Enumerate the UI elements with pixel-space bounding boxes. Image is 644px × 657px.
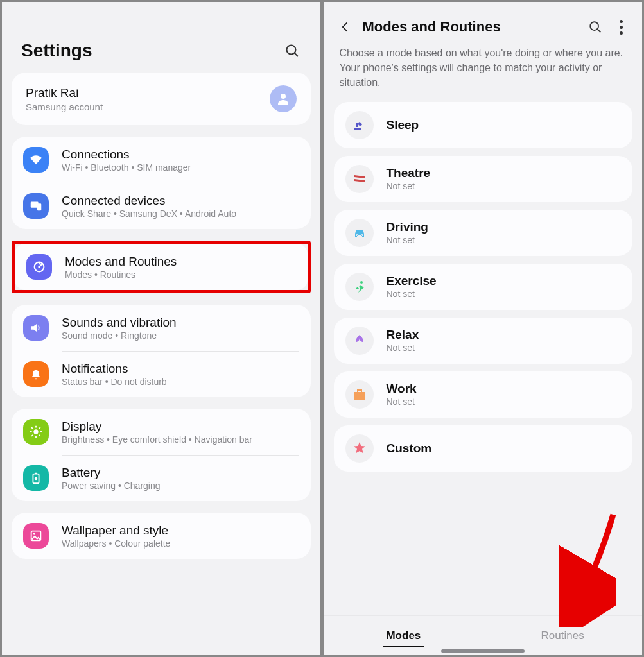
row-title: Notifications: [62, 362, 299, 376]
mode-item-work[interactable]: Work Not set: [334, 371, 633, 418]
row-sub: Wi-Fi • Bluetooth • SIM manager: [62, 162, 299, 173]
settings-item-sounds[interactable]: Sounds and vibration Sound mode • Ringto…: [12, 305, 311, 351]
settings-title: Settings: [21, 40, 92, 61]
svg-point-21: [590, 22, 598, 30]
devices-icon: [23, 193, 49, 219]
row-sub: Sound mode • Ringtone: [62, 330, 299, 341]
mode-item-relax[interactable]: Relax Not set: [334, 318, 633, 364]
mode-sub: Not set: [387, 235, 428, 245]
mode-item-exercise[interactable]: Exercise Not set: [334, 264, 633, 310]
search-icon: [588, 20, 602, 34]
row-title: Wallpaper and style: [62, 524, 299, 538]
svg-point-20: [33, 533, 35, 535]
row-title: Connections: [62, 148, 299, 162]
mode-title: Custom: [387, 441, 432, 456]
settings-item-connections[interactable]: Connections Wi-Fi • Bluetooth • SIM mana…: [12, 137, 311, 183]
modes-title: Modes and Routines: [363, 19, 579, 35]
custom-icon: [345, 434, 374, 463]
avatar-icon: [270, 85, 297, 112]
settings-item-battery[interactable]: Battery Power saving • Charging: [12, 455, 311, 501]
work-icon: [345, 380, 374, 409]
row-sub: Quick Share • Samsung DeX • Android Auto: [62, 209, 299, 219]
arrow-annotation: [559, 511, 616, 629]
row-title: Display: [62, 420, 299, 434]
row-sub: Modes • Routines: [65, 269, 296, 280]
svg-line-13: [39, 435, 40, 436]
svg-line-14: [31, 435, 33, 436]
mode-title: Theatre: [387, 166, 431, 180]
svg-rect-17: [35, 473, 37, 474]
mode-item-sleep[interactable]: Sleep: [334, 102, 633, 148]
row-sub: Brightness • Eye comfort shield • Naviga…: [62, 434, 299, 445]
target-icon: [26, 254, 52, 280]
image-icon: [23, 523, 49, 549]
mode-title: Driving: [387, 220, 428, 234]
mode-item-driving[interactable]: Driving Not set: [334, 210, 633, 256]
settings-item-display[interactable]: Display Brightness • Eye comfort shield …: [12, 409, 311, 455]
svg-rect-4: [37, 203, 41, 210]
battery-icon: [23, 465, 49, 491]
speaker-icon: [23, 315, 49, 341]
sleep-icon: [345, 111, 374, 139]
relax-icon: [345, 327, 374, 355]
home-indicator: [441, 649, 525, 653]
settings-item-modes-routines[interactable]: Modes and Routines Modes • Routines: [15, 244, 308, 290]
back-button[interactable]: [337, 19, 354, 35]
mode-sub: Not set: [387, 289, 437, 299]
settings-group: Wallpaper and style Wallpapers • Colour …: [12, 513, 311, 559]
exercise-icon: [345, 273, 374, 301]
svg-point-23: [360, 281, 363, 284]
modes-pane: Modes and Routines Choose a mode based o…: [324, 2, 643, 655]
settings-group: Sounds and vibration Sound mode • Ringto…: [12, 305, 311, 397]
mode-item-theatre[interactable]: Theatre Not set: [334, 156, 633, 202]
settings-group: Display Brightness • Eye comfort shield …: [12, 409, 311, 501]
search-button[interactable]: [587, 19, 604, 35]
sun-icon: [23, 419, 49, 445]
svg-point-0: [286, 46, 295, 55]
svg-point-2: [281, 94, 286, 99]
settings-pane: Settings Pratik Rai Samsung account Conn…: [2, 2, 320, 655]
settings-item-notifications[interactable]: Notifications Status bar • Do not distur…: [12, 351, 311, 397]
svg-line-22: [597, 29, 600, 32]
row-title: Battery: [62, 466, 299, 480]
svg-point-7: [33, 429, 38, 434]
more-icon: [620, 20, 623, 23]
search-icon: [284, 43, 300, 58]
settings-header: Settings: [2, 2, 320, 73]
mode-item-custom[interactable]: Custom: [334, 425, 633, 472]
svg-line-15: [39, 427, 40, 429]
mode-title: Sleep: [387, 118, 419, 132]
tabbar: Modes Routines: [324, 615, 643, 655]
row-title: Connected devices: [62, 194, 299, 208]
settings-item-connected-devices[interactable]: Connected devices Quick Share • Samsung …: [12, 183, 311, 229]
row-sub: Wallpapers • Colour palette: [62, 538, 299, 549]
svg-line-12: [31, 427, 33, 429]
svg-line-1: [294, 53, 297, 56]
account-name: Pratik Rai: [26, 86, 270, 100]
mode-sub: Not set: [387, 343, 419, 353]
mode-title: Relax: [387, 328, 419, 342]
svg-point-6: [38, 266, 40, 268]
mode-sub: Not set: [387, 181, 431, 191]
driving-icon: [345, 219, 374, 247]
settings-item-wallpaper[interactable]: Wallpaper and style Wallpapers • Colour …: [12, 513, 311, 559]
settings-group: Connections Wi-Fi • Bluetooth • SIM mana…: [12, 137, 311, 229]
search-button[interactable]: [283, 42, 301, 60]
chevron-left-icon: [339, 21, 352, 33]
more-button[interactable]: [613, 20, 629, 35]
theatre-icon: [345, 165, 374, 193]
row-title: Sounds and vibration: [62, 316, 299, 330]
mode-sub: Not set: [387, 397, 417, 407]
mode-title: Exercise: [387, 274, 437, 288]
row-title: Modes and Routines: [65, 255, 296, 269]
bell-icon: [23, 361, 49, 387]
highlight-annotation: Modes and Routines Modes • Routines: [12, 241, 311, 293]
modes-description: Choose a mode based on what you're doing…: [324, 46, 643, 102]
mode-title: Work: [387, 382, 417, 396]
modes-header: Modes and Routines: [324, 2, 643, 46]
account-sub: Samsung account: [26, 101, 270, 112]
row-sub: Power saving • Charging: [62, 481, 299, 491]
account-card[interactable]: Pratik Rai Samsung account: [12, 73, 311, 125]
settings-group: Modes and Routines Modes • Routines: [15, 244, 308, 290]
svg-point-18: [35, 477, 38, 481]
